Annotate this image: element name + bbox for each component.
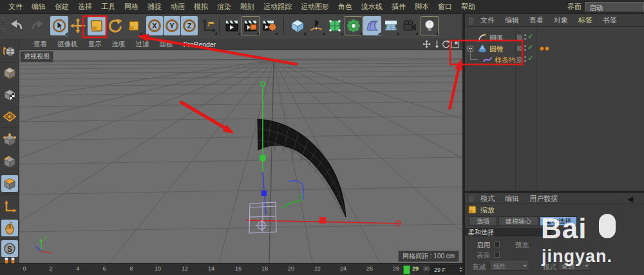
menu-file[interactable]: 文件 xyxy=(4,2,27,12)
soft-selection-section-header[interactable]: 柔和选择 xyxy=(465,228,551,236)
object-name[interactable]: 圆弧 xyxy=(489,33,504,43)
vp-menu-cameras[interactable]: 摄像机 xyxy=(52,40,83,49)
polygons-mode-button[interactable] xyxy=(1,175,18,192)
menu-edit[interactable]: 编辑 xyxy=(27,2,50,12)
layer-swatch[interactable] xyxy=(517,46,522,51)
enable-check-icon[interactable]: ✓ xyxy=(527,54,533,62)
render-visibility-dot[interactable] xyxy=(524,49,526,51)
lock-y-button[interactable]: Y xyxy=(164,16,180,35)
vp-menu-options[interactable]: 选项 xyxy=(107,40,131,49)
coordinate-system-button[interactable] xyxy=(200,16,218,35)
surface-checkbox[interactable] xyxy=(494,252,500,258)
enable-axis-button[interactable] xyxy=(1,198,18,215)
mode-dropdown[interactable]: 全部 xyxy=(558,261,591,270)
timeline-ruler[interactable]: 0 2 4 6 8 10 12 14 16 18 20 22 24 26 28 … xyxy=(0,263,465,275)
phong-tag-icon[interactable] xyxy=(540,46,544,51)
render-visibility-dot[interactable] xyxy=(524,38,526,40)
menu-tools[interactable]: 工具 xyxy=(97,2,120,12)
lock-z-button[interactable]: Z xyxy=(181,16,198,35)
tab-modeling-axis[interactable]: 建模轴心 xyxy=(498,216,538,226)
preview-check-icon[interactable]: ✓ xyxy=(532,240,538,248)
vp-menu-display[interactable]: 显示 xyxy=(83,40,107,49)
panel-grip-icon[interactable] xyxy=(469,17,474,24)
om-menu-edit[interactable]: 编辑 xyxy=(500,15,524,25)
object-row-cone[interactable]: 圆锥 ✓ xyxy=(465,43,644,54)
points-mode-button[interactable] xyxy=(1,131,18,148)
generators-button[interactable] xyxy=(345,16,363,35)
menu-motion-tracker[interactable]: 运动跟踪 xyxy=(259,2,296,12)
model-mode-button[interactable] xyxy=(1,64,18,81)
render-view-button[interactable] xyxy=(223,16,241,35)
tab-soft-selection[interactable]: 柔和选择 xyxy=(540,216,577,226)
make-editable-button[interactable] xyxy=(1,43,18,59)
interface-layout-select[interactable]: 启动 xyxy=(585,2,644,12)
tab-options[interactable]: 选项 xyxy=(469,216,497,226)
light-button[interactable] xyxy=(421,16,439,35)
deformers-button[interactable] xyxy=(363,16,381,35)
menu-sculpt[interactable]: 雕刻 xyxy=(236,2,259,12)
viewport-3d-scene[interactable]: Y xyxy=(19,39,462,263)
om-menu-bookmarks[interactable]: 书签 xyxy=(598,15,622,25)
toggle-view-icon[interactable] xyxy=(451,40,459,48)
workplane-mode-button[interactable] xyxy=(1,108,18,125)
move-tool-button[interactable] xyxy=(69,16,87,35)
vp-menu-prorender[interactable]: ProRender xyxy=(178,41,222,48)
environment-floor-button[interactable] xyxy=(382,16,400,35)
am-menu-mode[interactable]: 模式 xyxy=(475,194,500,204)
menu-script[interactable]: 脚本 xyxy=(410,2,433,12)
menu-window[interactable]: 窗口 xyxy=(433,2,457,12)
lock-x-button[interactable]: X xyxy=(146,16,163,35)
camera-button[interactable] xyxy=(401,16,419,35)
render-settings-button[interactable] xyxy=(260,16,278,35)
view-label[interactable]: 透视视图 xyxy=(20,51,53,62)
om-menu-tags[interactable]: 标签 xyxy=(573,15,598,25)
am-menu-edit[interactable]: 编辑 xyxy=(500,194,524,204)
menu-plugins[interactable]: 插件 xyxy=(387,2,410,12)
falloff-dropdown[interactable]: 线性 xyxy=(489,261,529,270)
menu-render[interactable]: 渲染 xyxy=(213,2,236,12)
panel-grip-icon[interactable] xyxy=(469,194,474,202)
rotate-view-icon[interactable] xyxy=(442,40,450,48)
menu-animate[interactable]: 动画 xyxy=(166,2,189,12)
render-visibility-dot[interactable] xyxy=(524,60,526,62)
enable-check-icon[interactable]: ✓ xyxy=(527,43,533,52)
editor-visibility-dot[interactable] xyxy=(524,34,526,36)
menu-snap[interactable]: 捕捉 xyxy=(143,2,166,12)
redo-button[interactable] xyxy=(28,16,46,35)
menu-mograph[interactable]: 运动图形 xyxy=(296,2,334,12)
menu-character[interactable]: 角色 xyxy=(334,2,357,12)
layer-swatch[interactable] xyxy=(517,57,522,62)
object-row-arc[interactable]: 圆弧 ✓ xyxy=(465,32,644,43)
dolly-view-icon[interactable] xyxy=(433,40,441,48)
editor-visibility-dot[interactable] xyxy=(524,56,526,58)
rotate-tool-button[interactable] xyxy=(106,16,124,35)
menu-mesh[interactable]: 网格 xyxy=(120,2,143,12)
edges-mode-button[interactable] xyxy=(1,153,18,170)
scale-tool-button[interactable] xyxy=(88,16,106,35)
z-axis-scale-handle[interactable] xyxy=(261,191,267,196)
current-frame-field[interactable]: 29 F xyxy=(430,265,462,274)
editor-visibility-dot[interactable] xyxy=(524,45,526,47)
menu-simulate[interactable]: 模拟 xyxy=(189,2,213,12)
timeline-playhead[interactable] xyxy=(403,265,410,274)
viewport-solo-button[interactable] xyxy=(1,220,18,236)
pan-view-icon[interactable] xyxy=(422,40,431,48)
x-axis-scale-handle[interactable] xyxy=(319,217,326,223)
subdivision-surface-button[interactable] xyxy=(326,16,344,35)
render-picture-viewer-button[interactable] xyxy=(242,16,260,35)
menu-help[interactable]: 帮助 xyxy=(457,2,480,12)
object-row-spline-wrap[interactable]: 样条约束 ✓ xyxy=(465,54,644,65)
live-selection-button[interactable] xyxy=(50,16,68,35)
om-menu-view[interactable]: 查看 xyxy=(524,15,549,25)
primitive-cube-button[interactable] xyxy=(289,16,307,35)
undo-button[interactable] xyxy=(8,16,26,35)
am-menu-userdata[interactable]: 用户数据 xyxy=(524,194,563,204)
vp-menu-view[interactable]: 查看 xyxy=(28,40,52,49)
menu-select[interactable]: 选择 xyxy=(73,2,97,12)
vp-menu-panel[interactable]: 面板 xyxy=(155,40,178,49)
spline-pen-button[interactable] xyxy=(307,16,325,35)
om-menu-objects[interactable]: 对象 xyxy=(549,15,573,25)
tag-icon[interactable] xyxy=(545,46,549,51)
layer-swatch[interactable] xyxy=(517,35,522,40)
collapse-arrow-icon[interactable]: ◀ xyxy=(627,194,633,204)
